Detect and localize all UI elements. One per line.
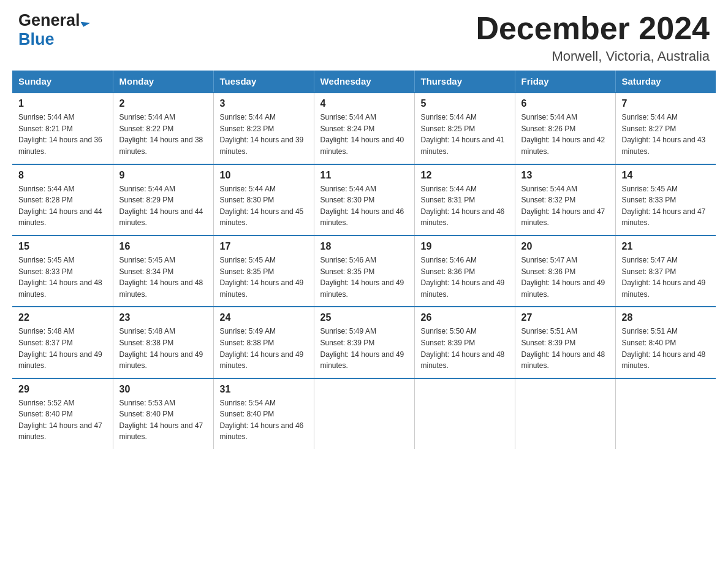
table-row: 17Sunrise: 5:45 AMSunset: 8:35 PMDayligh… — [213, 236, 314, 307]
logo: General Blue — [18, 11, 89, 49]
table-row: 21Sunrise: 5:47 AMSunset: 8:37 PMDayligh… — [615, 236, 716, 307]
calendar-week-row: 1Sunrise: 5:44 AMSunset: 8:21 PMDaylight… — [12, 93, 716, 164]
calendar-header-row: Sunday Monday Tuesday Wednesday Thursday… — [12, 71, 716, 93]
table-row: 1Sunrise: 5:44 AMSunset: 8:21 PMDaylight… — [12, 93, 113, 164]
table-row: 18Sunrise: 5:46 AMSunset: 8:35 PMDayligh… — [314, 236, 414, 307]
day-number: 16 — [119, 241, 207, 252]
table-row: 27Sunrise: 5:51 AMSunset: 8:39 PMDayligh… — [515, 307, 615, 378]
table-row: 9Sunrise: 5:44 AMSunset: 8:29 PMDaylight… — [113, 164, 213, 236]
day-number: 10 — [220, 170, 308, 181]
table-row: 31Sunrise: 5:54 AMSunset: 8:40 PMDayligh… — [213, 378, 314, 449]
day-number: 13 — [521, 170, 609, 181]
table-row: 22Sunrise: 5:48 AMSunset: 8:37 PMDayligh… — [12, 307, 113, 378]
day-info: Sunrise: 5:47 AMSunset: 8:36 PMDaylight:… — [521, 255, 609, 300]
day-info: Sunrise: 5:44 AMSunset: 8:23 PMDaylight:… — [220, 112, 308, 157]
day-info: Sunrise: 5:44 AMSunset: 8:30 PMDaylight:… — [220, 183, 308, 229]
calendar-week-row: 22Sunrise: 5:48 AMSunset: 8:37 PMDayligh… — [12, 307, 716, 378]
day-info: Sunrise: 5:44 AMSunset: 8:26 PMDaylight:… — [521, 112, 609, 157]
day-number: 22 — [18, 312, 107, 323]
day-info: Sunrise: 5:48 AMSunset: 8:38 PMDaylight:… — [119, 326, 207, 371]
day-number: 3 — [220, 98, 308, 109]
day-info: Sunrise: 5:45 AMSunset: 8:35 PMDaylight:… — [220, 255, 308, 300]
day-number: 14 — [622, 170, 710, 181]
table-row: 15Sunrise: 5:45 AMSunset: 8:33 PMDayligh… — [12, 236, 113, 307]
day-number: 7 — [622, 98, 710, 109]
day-info: Sunrise: 5:49 AMSunset: 8:38 PMDaylight:… — [220, 326, 308, 371]
logo-blue-text: Blue — [18, 30, 89, 49]
day-info: Sunrise: 5:44 AMSunset: 8:31 PMDaylight:… — [421, 183, 509, 229]
day-info: Sunrise: 5:46 AMSunset: 8:35 PMDaylight:… — [320, 255, 408, 300]
col-monday: Monday — [113, 71, 213, 93]
calendar-week-row: 8Sunrise: 5:44 AMSunset: 8:28 PMDaylight… — [12, 164, 716, 236]
day-number: 27 — [521, 312, 609, 323]
table-row: 16Sunrise: 5:45 AMSunset: 8:34 PMDayligh… — [113, 236, 213, 307]
day-info: Sunrise: 5:52 AMSunset: 8:40 PMDaylight:… — [18, 397, 107, 443]
day-info: Sunrise: 5:47 AMSunset: 8:37 PMDaylight:… — [622, 255, 710, 300]
table-row: 11Sunrise: 5:44 AMSunset: 8:30 PMDayligh… — [314, 164, 414, 236]
day-info: Sunrise: 5:45 AMSunset: 8:33 PMDaylight:… — [622, 183, 710, 229]
day-info: Sunrise: 5:44 AMSunset: 8:21 PMDaylight:… — [18, 112, 107, 157]
day-number: 1 — [18, 98, 107, 109]
day-number: 25 — [320, 312, 408, 323]
day-number: 6 — [521, 98, 609, 109]
table-row: 14Sunrise: 5:45 AMSunset: 8:33 PMDayligh… — [615, 164, 716, 236]
day-info: Sunrise: 5:53 AMSunset: 8:40 PMDaylight:… — [119, 397, 207, 443]
day-number: 5 — [421, 98, 509, 109]
day-info: Sunrise: 5:49 AMSunset: 8:39 PMDaylight:… — [320, 326, 408, 371]
table-row — [414, 378, 515, 449]
day-number: 28 — [622, 312, 710, 323]
logo-arrow-icon — [82, 10, 89, 29]
day-info: Sunrise: 5:48 AMSunset: 8:37 PMDaylight:… — [18, 326, 107, 371]
day-info: Sunrise: 5:44 AMSunset: 8:30 PMDaylight:… — [320, 183, 408, 229]
day-info: Sunrise: 5:44 AMSunset: 8:32 PMDaylight:… — [521, 183, 609, 229]
day-number: 8 — [18, 170, 107, 181]
table-row: 26Sunrise: 5:50 AMSunset: 8:39 PMDayligh… — [414, 307, 515, 378]
calendar-week-row: 15Sunrise: 5:45 AMSunset: 8:33 PMDayligh… — [12, 236, 716, 307]
table-row: 3Sunrise: 5:44 AMSunset: 8:23 PMDaylight… — [213, 93, 314, 164]
day-number: 21 — [622, 241, 710, 252]
table-row: 4Sunrise: 5:44 AMSunset: 8:24 PMDaylight… — [314, 93, 414, 164]
table-row: 8Sunrise: 5:44 AMSunset: 8:28 PMDaylight… — [12, 164, 113, 236]
day-info: Sunrise: 5:51 AMSunset: 8:40 PMDaylight:… — [622, 326, 710, 371]
col-saturday: Saturday — [615, 71, 716, 93]
table-row: 24Sunrise: 5:49 AMSunset: 8:38 PMDayligh… — [213, 307, 314, 378]
table-row: 12Sunrise: 5:44 AMSunset: 8:31 PMDayligh… — [414, 164, 515, 236]
table-row: 28Sunrise: 5:51 AMSunset: 8:40 PMDayligh… — [615, 307, 716, 378]
table-row: 6Sunrise: 5:44 AMSunset: 8:26 PMDaylight… — [515, 93, 615, 164]
calendar-table: Sunday Monday Tuesday Wednesday Thursday… — [12, 71, 716, 449]
day-info: Sunrise: 5:45 AMSunset: 8:33 PMDaylight:… — [18, 255, 107, 300]
col-tuesday: Tuesday — [213, 71, 314, 93]
table-row: 20Sunrise: 5:47 AMSunset: 8:36 PMDayligh… — [515, 236, 615, 307]
day-info: Sunrise: 5:44 AMSunset: 8:25 PMDaylight:… — [421, 112, 509, 157]
day-number: 24 — [220, 312, 308, 323]
col-friday: Friday — [515, 71, 615, 93]
day-number: 30 — [119, 384, 207, 395]
day-number: 11 — [320, 170, 408, 181]
month-title: December 2024 — [476, 11, 710, 46]
day-info: Sunrise: 5:46 AMSunset: 8:36 PMDaylight:… — [421, 255, 509, 300]
day-number: 2 — [119, 98, 207, 109]
day-number: 9 — [119, 170, 207, 181]
day-info: Sunrise: 5:44 AMSunset: 8:24 PMDaylight:… — [320, 112, 408, 157]
table-row — [314, 378, 414, 449]
title-section: December 2024 Morwell, Victoria, Austral… — [476, 11, 710, 64]
calendar-wrapper: Sunday Monday Tuesday Wednesday Thursday… — [0, 71, 728, 461]
day-number: 17 — [220, 241, 308, 252]
day-number: 18 — [320, 241, 408, 252]
col-sunday: Sunday — [12, 71, 113, 93]
location-title: Morwell, Victoria, Australia — [476, 48, 710, 64]
day-number: 12 — [421, 170, 509, 181]
col-wednesday: Wednesday — [314, 71, 414, 93]
day-number: 15 — [18, 241, 107, 252]
table-row: 19Sunrise: 5:46 AMSunset: 8:36 PMDayligh… — [414, 236, 515, 307]
table-row: 23Sunrise: 5:48 AMSunset: 8:38 PMDayligh… — [113, 307, 213, 378]
table-row: 30Sunrise: 5:53 AMSunset: 8:40 PMDayligh… — [113, 378, 213, 449]
day-info: Sunrise: 5:44 AMSunset: 8:27 PMDaylight:… — [622, 112, 710, 157]
day-number: 29 — [18, 384, 107, 395]
day-number: 19 — [421, 241, 509, 252]
day-number: 23 — [119, 312, 207, 323]
table-row — [515, 378, 615, 449]
table-row: 13Sunrise: 5:44 AMSunset: 8:32 PMDayligh… — [515, 164, 615, 236]
day-info: Sunrise: 5:45 AMSunset: 8:34 PMDaylight:… — [119, 255, 207, 300]
day-info: Sunrise: 5:44 AMSunset: 8:29 PMDaylight:… — [119, 183, 207, 229]
